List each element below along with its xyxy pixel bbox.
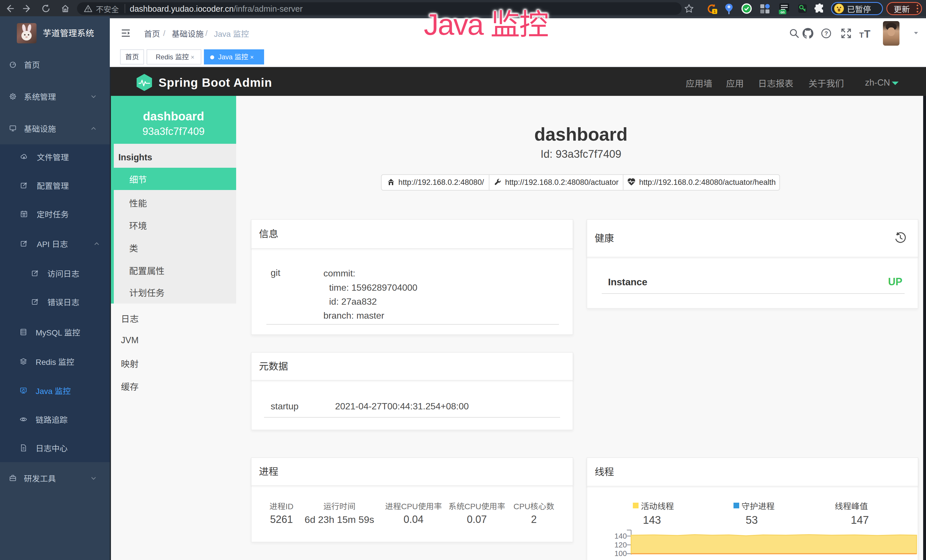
svg-text:T: T bbox=[859, 31, 864, 39]
svg-text:T: T bbox=[864, 29, 870, 39]
svg-text:1: 1 bbox=[714, 9, 716, 14]
svg-text:?: ? bbox=[825, 30, 828, 36]
svg-text:on: on bbox=[781, 10, 785, 14]
